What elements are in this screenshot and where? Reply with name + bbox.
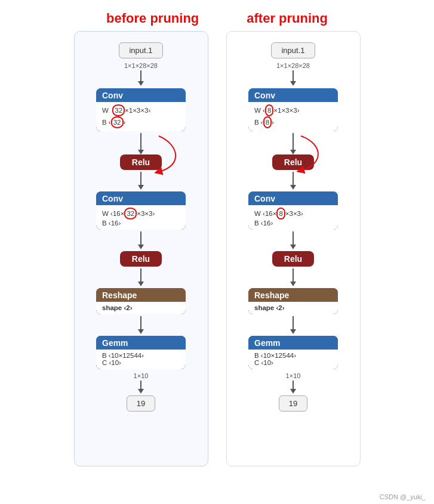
before-conv2: Conv W ‹16×32×3×3› B ‹16› — [96, 191, 186, 230]
before-panel: input.1 1×1×28×28 Conv W 32×1×3×3› B ‹32… — [74, 31, 208, 466]
after-output-node: 19 — [279, 395, 307, 412]
after-arrow-1: 1×1×28×28 — [276, 61, 310, 86]
after-relu1: Relu — [272, 154, 314, 170]
after-reshape: Reshape shape ‹2› — [248, 288, 338, 314]
before-relu1: Relu — [120, 154, 162, 170]
before-arrow-4 — [138, 231, 144, 249]
before-arrow-1: 1×1×28×28 — [124, 61, 158, 86]
before-gemm: Gemm B ‹10×12544› C ‹10› — [96, 336, 186, 369]
after-panel: input.1 1×1×28×28 Conv W ‹8×1×3×3› B ‹8› — [226, 31, 361, 466]
before-reshape: Reshape shape ‹2› — [96, 288, 186, 314]
before-arrow-out: 1×10 — [134, 371, 149, 394]
after-arrow-2 — [290, 133, 296, 154]
after-conv2: Conv W ‹16×8×3×3› B ‹16› — [248, 191, 338, 230]
watermark: CSDN @_yuki_ — [380, 493, 426, 500]
after-arrow-5 — [290, 268, 296, 286]
before-arrow-3 — [138, 172, 144, 190]
before-output-node: 19 — [127, 395, 155, 412]
before-arrow-5 — [138, 268, 144, 286]
before-pruning-title: before pruning — [106, 11, 199, 26]
after-arrow-out: 1×10 — [286, 371, 301, 394]
before-arrow-2 — [138, 133, 144, 154]
after-relu2: Relu — [272, 251, 314, 267]
after-arrow-3 — [290, 172, 296, 190]
before-relu2: Relu — [120, 251, 162, 267]
before-arrow-6 — [138, 316, 144, 334]
after-input-node: input.1 — [271, 42, 315, 58]
after-gemm: Gemm B ‹10×12544› C ‹10› — [248, 336, 338, 369]
before-input-node: input.1 — [119, 42, 162, 58]
before-conv1: Conv W 32×1×3×3› B ‹32› — [96, 88, 186, 131]
after-arrow-6 — [290, 316, 296, 334]
after-arrow-4 — [290, 231, 296, 249]
after-conv1: Conv W ‹8×1×3×3› B ‹8› — [248, 88, 338, 131]
after-pruning-title: after pruning — [247, 11, 328, 26]
